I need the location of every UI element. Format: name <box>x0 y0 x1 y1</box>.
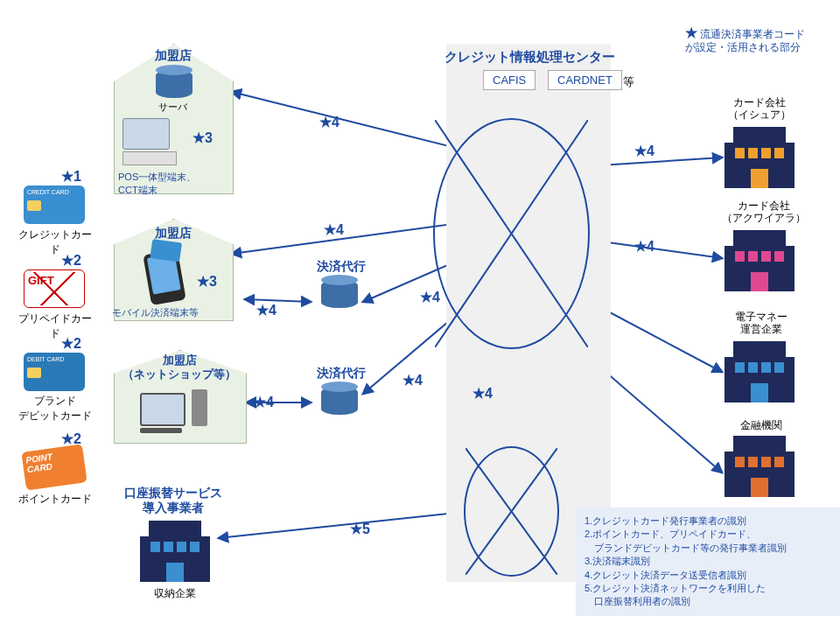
acquirer-building-icon <box>724 230 794 291</box>
merchant-1-sub: POS一体型端末、CCT端末 <box>118 171 232 197</box>
foot-2b: ブランドデビットカード等の発行事業者識別 <box>584 542 838 555</box>
transfer-sub: 収納企業 <box>136 586 214 601</box>
s4-agent2: ★4 <box>402 372 423 388</box>
center-box-cafis: CAFIS <box>483 70 536 90</box>
desktop-icon <box>140 389 207 433</box>
star-1: ★1 <box>61 168 81 185</box>
credit-card-icon: CREDIT CARD <box>24 186 85 224</box>
star-2b: ★2 <box>61 335 81 352</box>
credit-card-label: クレジットカード <box>16 228 94 257</box>
server-label: サーバ <box>114 101 232 114</box>
foot-3: 3.決済端末識別 <box>584 555 838 568</box>
s4-m1: ★4 <box>319 114 340 130</box>
foot-2: 2.ポイントカード、プリペイドカード、 <box>584 528 838 541</box>
hub-lower <box>464 446 559 577</box>
foot-1: 1.クレジットカード発行事業者の識別 <box>584 514 838 528</box>
agent-1-title: 決済代行 <box>302 259 381 275</box>
debit-card-label: ブランドデビットカード <box>16 394 94 424</box>
merchant-2-title: 加盟店 <box>114 226 232 242</box>
star-3a: ★3 <box>192 130 213 146</box>
agent-2-title: 決済代行 <box>302 366 381 382</box>
bank-label: 金融機関 <box>719 418 802 433</box>
s5-transfer: ★5 <box>350 521 370 537</box>
agent-1-db-icon <box>321 280 358 308</box>
hub-upper <box>433 118 590 349</box>
transfer-building-icon <box>140 521 210 582</box>
emoney-building-icon <box>724 341 794 402</box>
issuer-building-icon <box>724 127 794 188</box>
center-title: クレジット情報処理センター <box>438 49 621 66</box>
foot-4: 4.クレジット決済データ送受信者識別 <box>584 569 838 582</box>
merchant-2-sub: モバイル決済端末等 <box>112 306 199 319</box>
pos-terminal-icon <box>122 118 175 166</box>
foot-5b: 口座振替利用者の識別 <box>584 595 838 608</box>
svg-line-7 <box>219 512 464 538</box>
transfer-title: 口座振替サービス導入事業者 <box>112 486 234 515</box>
agent-2-db-icon <box>321 387 358 415</box>
merchant-3-title: 加盟店（ネットショップ等） <box>114 354 245 381</box>
legend-star: ★ 流通決済事業者コードが設定・活用される部分 <box>685 24 805 54</box>
svg-line-2 <box>245 299 311 302</box>
mobile-terminal-icon <box>143 249 186 305</box>
star-3b: ★3 <box>197 273 217 290</box>
s4-m2agent: ★4 <box>256 302 276 318</box>
star-2a: ★2 <box>61 252 81 269</box>
s4-agent1: ★4 <box>420 289 440 305</box>
svg-line-9 <box>595 241 722 258</box>
debit-card-icon: DEBIT CARD <box>24 353 85 391</box>
svg-line-1 <box>232 223 459 254</box>
acquirer-label: カード会社（アクワイアラ） <box>718 200 809 225</box>
foot-5: 5.クレジット決済ネットワークを利用した <box>584 582 838 595</box>
point-card-label: ポイントカード <box>16 492 94 507</box>
center-etc: 等 <box>623 74 634 90</box>
s4-hubhub: ★4 <box>472 385 493 402</box>
footnote-box: 1.クレジットカード発行事業者の識別 2.ポイントカード、プリペイドカード、 ブ… <box>576 508 840 616</box>
prepaid-card-icon: GIFT <box>24 270 85 308</box>
s4-issuer: ★4 <box>634 143 654 159</box>
emoney-label: 電子マネー運営企業 <box>719 311 802 336</box>
center-box-cardnet: CARDNET <box>548 70 622 90</box>
issuer-label: カード会社（イシュア） <box>718 96 801 122</box>
legend-star-text: 流通決済事業者コードが設定・活用される部分 <box>685 29 805 52</box>
prepaid-card-label: プリペイドカード <box>16 312 94 341</box>
bank-building-icon <box>724 436 794 497</box>
s4-m2: ★4 <box>324 221 344 238</box>
server-icon <box>156 70 192 98</box>
s4-acquirer: ★4 <box>634 238 654 255</box>
s4-m3agent: ★4 <box>254 394 274 410</box>
merchant-1-title: 加盟店 <box>114 48 232 64</box>
svg-line-0 <box>232 92 459 149</box>
